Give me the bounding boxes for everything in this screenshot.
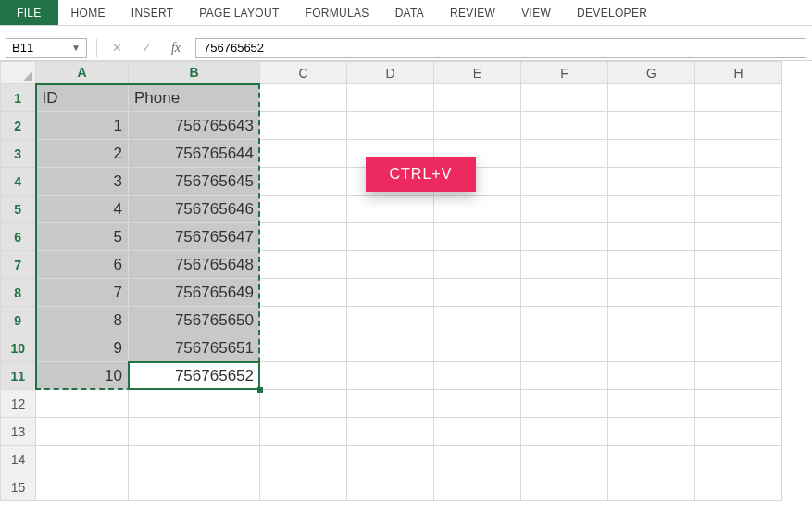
cell-C1[interactable] [260,84,347,112]
cell-H1[interactable] [695,84,782,112]
cell-C11[interactable] [260,362,347,390]
cell-A5[interactable]: 4 [36,196,129,223]
cell-C15[interactable] [260,473,347,501]
cell-E8[interactable] [434,279,521,307]
cell-C7[interactable] [260,251,347,279]
row-header-6[interactable]: 6 [1,223,36,251]
cell-F6[interactable] [521,223,608,251]
cell-D1[interactable] [347,84,434,112]
cell-A7[interactable]: 6 [36,251,129,279]
cell-E1[interactable] [434,84,521,112]
cell-F13[interactable] [521,418,608,446]
column-header-D[interactable]: D [347,62,434,84]
cell-D5[interactable] [347,196,434,223]
cell-B15[interactable] [129,473,260,501]
cell-F1[interactable] [521,84,608,112]
cell-B13[interactable] [129,418,260,446]
row-header-13[interactable]: 13 [1,418,36,446]
tab-page-layout[interactable]: PAGE LAYOUT [186,0,292,25]
cell-C6[interactable] [260,223,347,251]
row-header-11[interactable]: 11 [1,362,36,390]
cell-A14[interactable] [36,446,129,473]
cell-G3[interactable] [608,140,695,168]
column-header-G[interactable]: G [608,62,695,84]
cell-F10[interactable] [521,334,608,362]
column-header-A[interactable]: A [36,62,129,84]
cell-B4[interactable]: 756765645 [129,168,260,196]
cell-F4[interactable] [521,168,608,196]
cell-F9[interactable] [521,307,608,334]
cell-H14[interactable] [695,446,782,473]
cell-C2[interactable] [260,112,347,140]
cell-B7[interactable]: 756765648 [129,251,260,279]
cell-A4[interactable]: 3 [36,168,129,196]
cell-H8[interactable] [695,279,782,307]
cell-A2[interactable]: 1 [36,112,129,140]
cell-B11[interactable]: 756765652 [129,362,260,390]
cell-E11[interactable] [434,362,521,390]
cell-G11[interactable] [608,362,695,390]
cell-E6[interactable] [434,223,521,251]
tab-developer[interactable]: DEVELOPER [564,0,660,25]
cell-G9[interactable] [608,307,695,334]
row-header-14[interactable]: 14 [1,446,36,473]
cell-C12[interactable] [260,390,347,418]
cell-A9[interactable]: 8 [36,307,129,334]
cell-F15[interactable] [521,473,608,501]
cell-A6[interactable]: 5 [36,223,129,251]
cell-H2[interactable] [695,112,782,140]
cell-D14[interactable] [347,446,434,473]
row-header-10[interactable]: 10 [1,334,36,362]
cell-E2[interactable] [434,112,521,140]
row-header-12[interactable]: 12 [1,390,36,418]
cell-H11[interactable] [695,362,782,390]
cell-G12[interactable] [608,390,695,418]
cell-G6[interactable] [608,223,695,251]
cell-D7[interactable] [347,251,434,279]
row-header-3[interactable]: 3 [1,140,36,168]
cell-E12[interactable] [434,390,521,418]
tab-file[interactable]: FILE [0,0,58,25]
cell-C4[interactable] [260,168,347,196]
cell-B10[interactable]: 756765651 [129,334,260,362]
cell-B2[interactable]: 756765643 [129,112,260,140]
formula-input[interactable]: 756765652 [195,38,806,58]
cell-F5[interactable] [521,196,608,223]
cell-C3[interactable] [260,140,347,168]
cell-D15[interactable] [347,473,434,501]
cell-H12[interactable] [695,390,782,418]
cell-E5[interactable] [434,196,521,223]
cell-E13[interactable] [434,418,521,446]
column-header-H[interactable]: H [695,62,782,84]
column-header-B[interactable]: B [129,62,260,84]
cell-E7[interactable] [434,251,521,279]
cell-F8[interactable] [521,279,608,307]
cell-D12[interactable] [347,390,434,418]
cell-C9[interactable] [260,307,347,334]
cell-B12[interactable] [129,390,260,418]
cell-A3[interactable]: 2 [36,140,129,168]
row-header-9[interactable]: 9 [1,307,36,334]
cell-H3[interactable] [695,140,782,168]
dropdown-icon[interactable]: ▼ [71,43,81,53]
cell-B9[interactable]: 756765650 [129,307,260,334]
cell-D13[interactable] [347,418,434,446]
cancel-icon[interactable]: ✕ [106,41,127,55]
enter-icon[interactable]: ✓ [136,41,156,55]
cell-G7[interactable] [608,251,695,279]
tab-view[interactable]: VIEW [508,0,564,25]
cell-F2[interactable] [521,112,608,140]
cell-A11[interactable]: 10 [36,362,129,390]
cell-A10[interactable]: 9 [36,334,129,362]
cell-G14[interactable] [608,446,695,473]
cell-G15[interactable] [608,473,695,501]
cell-H6[interactable] [695,223,782,251]
cell-D9[interactable] [347,307,434,334]
cell-D11[interactable] [347,362,434,390]
cell-H5[interactable] [695,196,782,223]
tab-formulas[interactable]: FORMULAS [293,0,382,25]
cell-G13[interactable] [608,418,695,446]
cell-G2[interactable] [608,112,695,140]
cell-G5[interactable] [608,196,695,223]
cell-D6[interactable] [347,223,434,251]
